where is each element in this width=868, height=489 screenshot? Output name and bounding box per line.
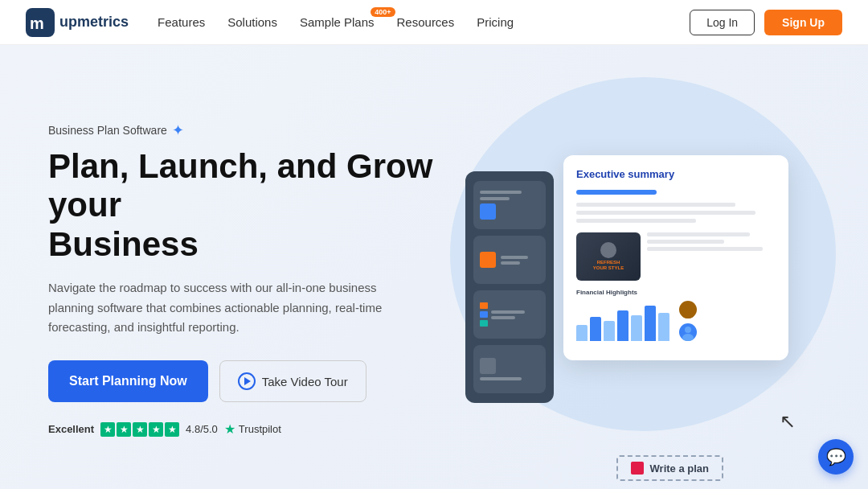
svg-text:m: m	[30, 14, 44, 32]
hero-content: Business Plan Software ✦ Plan, Launch, a…	[48, 121, 434, 437]
nav-actions: Log In Sign Up	[690, 10, 842, 35]
star-1: ★	[100, 422, 115, 437]
doc-chart	[576, 301, 669, 341]
svg-point-4	[685, 327, 691, 333]
logo-text: upmetrics	[59, 14, 129, 31]
nav-resources[interactable]: Resources	[397, 15, 455, 29]
panel-card-2	[473, 236, 546, 284]
doc-lines	[576, 203, 776, 223]
nav-solutions[interactable]: Solutions	[227, 15, 277, 29]
financial-section: Financial Highlights	[576, 289, 776, 347]
doc-title: Executive summary	[576, 168, 776, 180]
star-5: ★	[165, 422, 179, 437]
login-button[interactable]: Log In	[690, 10, 755, 35]
write-plan-dot	[631, 462, 644, 475]
video-tour-button[interactable]: Take Video Tour	[219, 360, 366, 402]
hero-title: Plan, Launch, and Grow your Business	[48, 147, 434, 264]
sparkle-icon: ✦	[172, 121, 184, 139]
hero-badge: Business Plan Software ✦	[48, 121, 434, 139]
logo[interactable]: m upmetrics	[26, 8, 129, 37]
write-plan-label: Write a plan	[616, 455, 723, 481]
photo-person	[600, 242, 616, 258]
avatar-row-1	[679, 301, 702, 318]
svg-point-3	[682, 311, 694, 318]
panel-icon-2	[480, 252, 496, 268]
tp-star-icon: ★	[224, 421, 235, 437]
sample-plans-badge: 400+	[371, 7, 395, 17]
trust-stars: ★ ★ ★ ★ ★	[100, 422, 179, 437]
hero-section: Business Plan Software ✦ Plan, Launch, a…	[0, 45, 868, 489]
hero-illustration: Executive summary REFRESHYOUR STYLE	[434, 69, 820, 489]
trust-label: Excellent	[48, 423, 94, 435]
nav-sample-plans[interactable]: Sample Plans 400+	[300, 15, 375, 29]
trust-rating: 4.8/5.0	[186, 423, 218, 435]
panel-card-1	[473, 181, 546, 229]
star-4: ★	[149, 422, 163, 437]
play-icon	[238, 372, 256, 390]
photo-text: REFRESHYOUR STYLE	[593, 260, 624, 271]
nav-features[interactable]: Features	[158, 15, 205, 29]
doc-blue-bar	[576, 190, 657, 195]
star-2: ★	[117, 422, 131, 437]
doc-photo-row: REFRESHYOUR STYLE	[576, 232, 776, 281]
nav-links: Features Solutions Sample Plans 400+ Res…	[158, 15, 690, 29]
start-planning-button[interactable]: Start Planning Now	[48, 360, 208, 402]
panel-card-3	[473, 290, 546, 339]
panel-icon-1	[480, 203, 496, 220]
hero-buttons: Start Planning Now Take Video Tour	[48, 360, 434, 402]
panel-card-4	[473, 345, 546, 393]
star-3: ★	[133, 422, 147, 437]
device-document: Executive summary REFRESHYOUR STYLE	[563, 155, 788, 360]
doc-section-title: Financial Highlights	[576, 289, 776, 296]
avatar-row-2	[679, 323, 702, 341]
svg-point-5	[682, 334, 694, 341]
nav-pricing[interactable]: Pricing	[477, 15, 514, 29]
hero-device: Executive summary REFRESHYOUR STYLE	[465, 171, 788, 403]
doc-avatars	[679, 301, 702, 341]
panel-icon-4	[480, 358, 496, 374]
chat-button[interactable]: 💬	[818, 439, 854, 475]
cursor-icon: ↖	[780, 410, 796, 433]
chat-icon: 💬	[826, 447, 846, 466]
signup-button[interactable]: Sign Up	[764, 10, 842, 35]
device-panel	[465, 171, 554, 403]
navbar: m upmetrics Features Solutions Sample Pl…	[0, 0, 868, 45]
avatar-2	[679, 323, 697, 341]
trustpilot-row: Excellent ★ ★ ★ ★ ★ 4.8/5.0 ★ Trustpilot	[48, 421, 434, 437]
svg-point-2	[685, 304, 691, 310]
play-triangle	[244, 377, 251, 385]
avatar-1	[679, 301, 697, 318]
doc-photo: REFRESHYOUR STYLE	[576, 232, 641, 281]
hero-description: Navigate the roadmap to success with our…	[48, 278, 394, 338]
trustpilot-logo: ★ Trustpilot	[224, 421, 281, 437]
